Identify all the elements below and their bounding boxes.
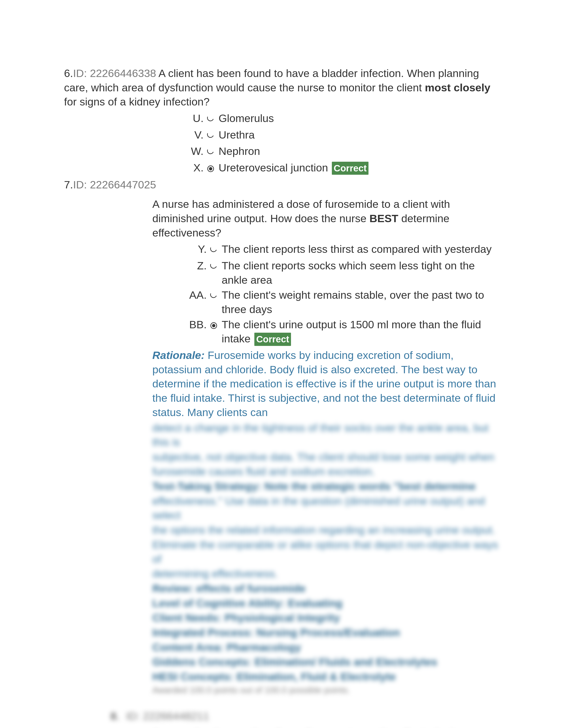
blur-line: Client Needs: Physiological Integrity xyxy=(152,612,340,624)
radio-checked-icon[interactable] xyxy=(207,162,214,176)
radio-unchecked-icon[interactable] xyxy=(207,129,214,143)
option-text: The client reports less thirst as compar… xyxy=(222,242,499,256)
question-7-options: Y. The client reports less thirst as com… xyxy=(188,242,499,346)
question-id-value: 22266447025 xyxy=(90,179,156,191)
question-id-label: ID: xyxy=(73,67,87,79)
option-text: Nephron xyxy=(218,144,499,158)
blur-line: Integrated Process: Nursing Process/Eval… xyxy=(152,627,400,638)
option-text: The client's urine output is 1500 ml mor… xyxy=(222,317,499,346)
option-letter: BB. xyxy=(188,317,208,332)
question-id-value: 22266446338 xyxy=(90,67,156,79)
radio-unchecked-icon[interactable] xyxy=(207,145,214,160)
question-6-options: U. Glomerulus V. Urethra W. Nephron X. U… xyxy=(188,111,499,176)
question-number: 8. xyxy=(110,709,119,723)
correct-badge: Correct xyxy=(332,162,368,175)
option-text: The client reports socks which seem less… xyxy=(222,259,499,287)
question-7-stem: A nurse has administered a dose of furos… xyxy=(152,197,499,240)
svg-point-1 xyxy=(209,167,212,171)
blur-line: Review: effects of furosemide xyxy=(152,582,306,594)
option-row: W. Nephron xyxy=(188,144,499,160)
radio-checked-icon[interactable] xyxy=(210,319,218,333)
award-line: Awarded 100.0 points out of 100.0 possib… xyxy=(152,684,499,696)
radio-unchecked-icon[interactable] xyxy=(210,243,218,258)
option-text: Glomerulus xyxy=(218,111,499,126)
option-text: The client's weight remains stable, over… xyxy=(222,288,499,316)
question-8-header: 8. ID: 22266448211 xyxy=(110,709,499,723)
blurred-content: detect a change in the tightness of thei… xyxy=(152,421,499,696)
question-id-label: ID: xyxy=(126,710,140,722)
option-row: U. Glomerulus xyxy=(188,111,499,127)
blur-line: detect a change in the tightness of thei… xyxy=(152,421,499,449)
question-stem-b: for signs of a kidney infection? xyxy=(64,96,209,108)
option-row: Z. The client reports socks which seem l… xyxy=(188,259,499,287)
option-row: BB. The client's urine output is 1500 ml… xyxy=(188,317,499,346)
option-text: Ureterovesical junction Correct xyxy=(218,161,499,175)
question-7-header: 7.ID: 22266447025 xyxy=(64,178,499,192)
rationale-label: Rationale: xyxy=(152,349,205,361)
question-number: 6. xyxy=(64,67,73,79)
radio-unchecked-icon[interactable] xyxy=(207,113,214,127)
blur-line: Giddens Concepts: Elimination/ Fluids an… xyxy=(152,656,437,668)
rationale-block: Rationale: Furosemide works by inducing … xyxy=(152,348,499,696)
option-row: AA. The client's weight remains stable, … xyxy=(188,288,499,316)
option-letter: Z. xyxy=(188,259,208,273)
question-id-value: 22266448211 xyxy=(143,710,209,722)
question-id-label: ID: xyxy=(73,179,87,191)
option-text: Urethra xyxy=(218,128,499,142)
option-letter: X. xyxy=(188,161,205,175)
question-6: 6.ID: 22266446338 A client has been foun… xyxy=(64,66,499,109)
question-number: 7. xyxy=(64,179,73,191)
option-letter: AA. xyxy=(188,288,208,302)
option-letter: V. xyxy=(188,128,205,142)
svg-point-3 xyxy=(212,324,215,327)
blur-line: Level of Cognitive Ability: Evaluating xyxy=(152,597,343,609)
question-stem-bold: most closely xyxy=(425,82,490,94)
blur-line: effectiveness." Use data in the question… xyxy=(152,494,499,522)
radio-unchecked-icon[interactable] xyxy=(210,289,218,304)
blur-line: subjective, not objective data. The clie… xyxy=(152,450,499,464)
option-letter: U. xyxy=(188,111,205,126)
radio-unchecked-icon[interactable] xyxy=(210,260,218,274)
blur-line: Eliminate the comparable or alike option… xyxy=(152,538,499,566)
blur-line: furosemide causes fluid and sodium excre… xyxy=(152,464,499,479)
option-row: X. Ureterovesical junction Correct xyxy=(188,161,499,176)
option-row: V. Urethra xyxy=(188,128,499,143)
correct-badge: Correct xyxy=(254,333,291,346)
question-stem-bold: BEST xyxy=(369,212,398,224)
blur-line: HESI Concepts: Elimination, Fluid & Elec… xyxy=(152,671,396,683)
blur-line: Test-Taking Strategy: Note the strategic… xyxy=(152,480,476,492)
blur-line: Content Area: Pharmacology xyxy=(152,641,301,653)
option-letter: Y. xyxy=(188,242,208,256)
option-letter: W. xyxy=(188,144,205,158)
option-row: Y. The client reports less thirst as com… xyxy=(188,242,499,258)
option-text-inner: Ureterovesical junction xyxy=(218,162,328,174)
blur-line: the options the related information rega… xyxy=(152,523,499,537)
blur-line: determining effectiveness. xyxy=(152,567,499,581)
